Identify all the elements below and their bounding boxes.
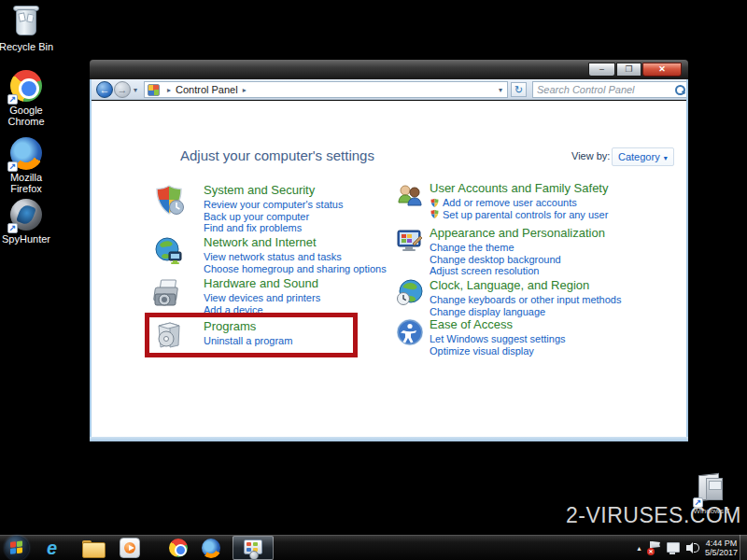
category-title[interactable]: System and Security [204, 183, 387, 197]
chrome-icon: ↗ [9, 69, 43, 103]
desktop-icon-label: SpyHunter [0, 233, 54, 245]
uac-shield-icon [430, 209, 440, 219]
minimize-button[interactable]: – [588, 63, 615, 77]
firefox-icon [201, 538, 221, 558]
desktop-icon-recycle-bin[interactable]: Recycle Bin [0, 6, 54, 52]
shortcut-arrow-icon: ↗ [7, 161, 18, 172]
printer-icon[interactable] [153, 277, 185, 309]
media-player-icon [120, 538, 140, 558]
caption-buttons: – ❐ ✕ [588, 63, 682, 77]
address-dropdown-chevron-icon[interactable]: ▾ [499, 86, 507, 94]
category-appearance: Appearance and Personalization Change th… [396, 226, 667, 277]
category-link[interactable]: Change keyboards or other input methods [430, 294, 667, 306]
category-ease-of-access: Ease of Access Let Windows suggest setti… [396, 317, 667, 357]
close-button[interactable]: ✕ [642, 63, 682, 77]
ease-of-access-icon[interactable] [396, 318, 424, 346]
shortcut-arrow-icon: ↗ [7, 94, 18, 105]
network-globe-icon[interactable] [153, 236, 185, 268]
category-link[interactable]: Let Windows suggest settings [430, 333, 667, 345]
watermark: 2-VIRUSES.COM [566, 503, 741, 528]
category-link[interactable]: Change display language [430, 306, 667, 318]
clock-date: 5/5/2017 [705, 548, 738, 557]
address-bar[interactable]: ▸ Control Panel ▸ ▾ [144, 81, 508, 98]
internet-explorer-icon: e [47, 538, 57, 558]
start-button[interactable] [5, 536, 29, 560]
show-desktop-button[interactable] [740, 535, 747, 560]
category-title[interactable]: Network and Internet [204, 235, 387, 249]
search-icon [674, 84, 683, 95]
security-shield-icon[interactable] [153, 184, 185, 216]
window-frame [90, 79, 92, 441]
taskbar-control-panel-active[interactable] [233, 536, 274, 560]
window-frame [90, 437, 688, 441]
category-link[interactable]: Back up your computer [204, 211, 387, 223]
category-link[interactable]: Adjust screen resolution [430, 265, 667, 277]
category-title[interactable]: Clock, Language, and Region [430, 278, 667, 292]
refresh-button[interactable]: ↻ [511, 82, 527, 97]
control-panel-icon [244, 539, 262, 554]
view-by-dropdown[interactable]: Category▾ [612, 147, 674, 166]
category-link[interactable]: View network status and tasks [204, 251, 387, 263]
category-link[interactable]: Optimize visual display [430, 345, 667, 357]
taskbar-internet-explorer[interactable]: e [47, 538, 69, 558]
taskbar-clock[interactable]: 4:44 PM 5/5/2017 [705, 539, 738, 557]
category-title[interactable]: User Accounts and Family Safety [430, 181, 667, 195]
desktop: Recycle Bin ↗ Google Chrome ↗ Mozilla Fi… [0, 0, 747, 560]
taskbar-windows-explorer[interactable] [82, 538, 105, 558]
chevron-down-icon: ▾ [664, 154, 668, 162]
page-title: Adjust your computer's settings [180, 147, 374, 163]
category-link[interactable]: Find and fix problems [204, 222, 387, 234]
taskbar-media-player[interactable] [120, 538, 142, 558]
action-center-flag-icon[interactable]: ✕ [649, 541, 660, 554]
taskbar-firefox[interactable] [201, 538, 223, 558]
desktop-icon-spyhunter[interactable]: ↗ SpyHunter [0, 198, 54, 245]
windows-logo-icon [10, 540, 23, 554]
category-user-accounts: User Accounts and Family Safety Add or r… [396, 181, 667, 220]
globe-clock-icon[interactable] [396, 279, 424, 307]
category-link[interactable]: View devices and printers [204, 292, 387, 304]
desktop-icon-label: Recycle Bin [0, 41, 54, 52]
category-title[interactable]: Hardware and Sound [204, 276, 387, 290]
category-title[interactable]: Appearance and Personalization [430, 226, 667, 240]
error-badge-icon: ✕ [647, 548, 655, 555]
category-link[interactable]: Review your computer's status [204, 199, 387, 211]
network-tray-icon[interactable] [667, 542, 680, 554]
category-network-and-internet: Network and Internet View network status… [153, 235, 387, 274]
desktop-icon-label: Google Chrome [0, 105, 54, 127]
view-by-label: View by: [571, 150, 610, 161]
desktop-icon-mozilla-firefox[interactable]: ↗ Mozilla Firefox [0, 136, 54, 194]
category-link[interactable]: Change desktop background [430, 254, 667, 266]
search-input[interactable] [533, 84, 674, 95]
window-frame [686, 79, 688, 441]
chrome-icon [168, 538, 189, 558]
breadcrumb-separator-icon: ▸ [162, 86, 176, 94]
taskbar: e ▲ ✕ 4:44 PM 5/5/2017 [0, 534, 747, 560]
category-link[interactable]: Add or remove user accounts [443, 197, 577, 209]
uac-shield-icon [430, 198, 440, 208]
maximize-button[interactable]: ❐ [616, 63, 641, 77]
back-button[interactable]: ← [96, 81, 113, 98]
forward-button[interactable]: → [114, 81, 131, 98]
category-link[interactable]: Change the theme [430, 242, 667, 254]
system-tray: ▲ ✕ 4:44 PM 5/5/2017 [636, 535, 738, 560]
two-users-icon[interactable] [396, 182, 424, 210]
window-content: Adjust your computer's settings View by:… [92, 101, 686, 437]
category-link[interactable]: Choose homegroup and sharing options [204, 263, 387, 275]
breadcrumb-separator-icon[interactable]: ▸ [238, 86, 251, 94]
category-title[interactable]: Ease of Access [430, 317, 667, 331]
category-link[interactable]: Set up parental controls for any user [443, 209, 608, 221]
desktop-icon-google-chrome[interactable]: ↗ Google Chrome [0, 69, 54, 127]
tray-expand-icon[interactable]: ▲ [636, 545, 642, 552]
volume-icon[interactable] [686, 542, 698, 553]
red-highlight-box [145, 313, 358, 357]
breadcrumb[interactable]: Control Panel [176, 84, 238, 95]
taskbar-chrome[interactable] [168, 538, 190, 558]
control-panel-window: – ❐ ✕ ← → ▾ ▸ Control Panel ▸ ▾ ↻ Adjust… [90, 60, 688, 441]
category-hardware-and-sound: Hardware and Sound View devices and prin… [153, 276, 387, 315]
search-box[interactable] [532, 81, 687, 98]
recent-pages-chevron-icon[interactable]: ▾ [134, 86, 137, 94]
spyhunter-icon: ↗ [9, 198, 43, 231]
desktop-icon-label: Mozilla Firefox [0, 172, 54, 194]
firefox-icon: ↗ [9, 136, 43, 170]
appearance-monitor-icon[interactable] [396, 227, 424, 255]
